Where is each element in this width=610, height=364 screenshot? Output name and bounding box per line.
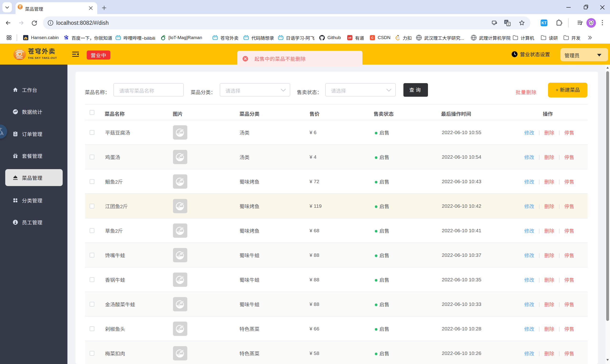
svg-text:A: A <box>0 131 4 136</box>
svg-text:du: du <box>65 37 67 39</box>
svg-text:yd: yd <box>348 36 351 39</box>
svg-text:文: 文 <box>507 22 510 26</box>
svg-text:C: C <box>371 36 374 39</box>
svg-text:KT: KT <box>541 21 547 25</box>
